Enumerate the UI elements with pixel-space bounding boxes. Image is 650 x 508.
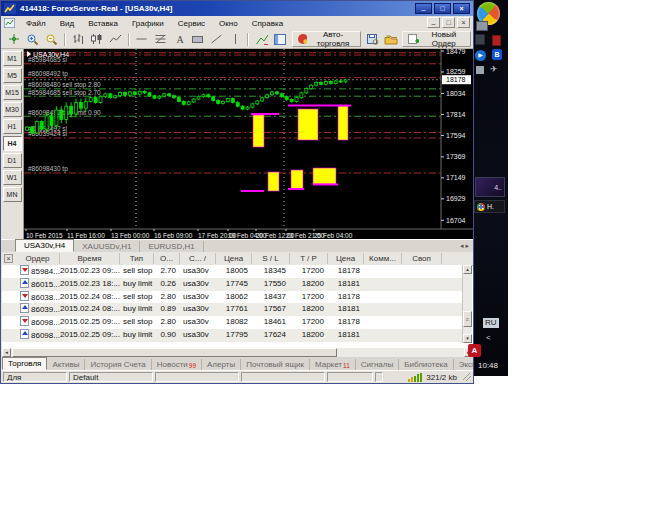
column-header[interactable]: Тип <box>120 253 154 264</box>
photo-thumbnail[interactable]: 4.. <box>475 177 505 197</box>
chart-window-icon[interactable] <box>4 18 16 28</box>
computer-icon[interactable] <box>476 21 488 31</box>
zoom-out-icon[interactable] <box>42 30 61 48</box>
data-window-icon[interactable] <box>271 30 290 48</box>
profiles-icon[interactable] <box>382 30 401 48</box>
menu-item[interactable]: Окно <box>212 18 245 29</box>
device-icon[interactable] <box>475 34 485 45</box>
trendline-icon[interactable] <box>207 30 226 48</box>
hscroll-thumb[interactable] <box>12 348 337 357</box>
widget-icon[interactable] <box>476 66 484 74</box>
timeframe-button[interactable]: H4 <box>3 136 22 151</box>
bottom-tab[interactable]: Маркет11 <box>310 359 356 370</box>
column-header[interactable]: Ордер <box>16 253 60 264</box>
menu-item[interactable]: Файл <box>19 18 53 29</box>
bluetooth-icon[interactable]: B <box>492 49 502 60</box>
title-bar[interactable]: 414418: ForexServer-Real - [USA30v,H4] <box>1 1 473 16</box>
timeframe-button[interactable]: M30 <box>3 102 22 117</box>
order-row[interactable]: 86015... 2015.02.23 18:... buy limit 0.2… <box>2 278 462 291</box>
menu-item[interactable]: Вставка <box>81 18 125 29</box>
browser-thumbnail[interactable]: H. <box>474 200 505 213</box>
order-current-price-cell: 18178 <box>328 291 364 304</box>
airplane-icon[interactable]: ✈ <box>490 64 498 74</box>
column-header[interactable]: Комм... <box>364 253 402 264</box>
vertical-line-icon[interactable] <box>226 30 245 48</box>
order-row[interactable]: 86039... 2015.02.24 08:... buy limit 0.8… <box>2 303 462 316</box>
svg-text:17149: 17149 <box>446 174 466 181</box>
candlestick-chart-icon[interactable] <box>87 30 106 48</box>
order-row[interactable]: 86098... 2015.02.25 09:... sell stop 2.8… <box>2 316 462 329</box>
column-header[interactable]: С... / <box>180 253 216 264</box>
language-indicator[interactable]: RU <box>483 318 499 328</box>
mdi-restore-button[interactable] <box>442 17 455 28</box>
bottom-tab[interactable]: История Счета <box>85 359 151 370</box>
column-header[interactable]: S / L <box>252 253 290 264</box>
bottom-tab[interactable]: Алерты <box>202 359 241 370</box>
timeframe-button[interactable]: D1 <box>3 153 22 168</box>
chart-tab[interactable]: EURUSD,H1 <box>140 241 203 252</box>
column-header[interactable]: Время <box>60 253 120 264</box>
chart-tab[interactable]: XAUUSDv,H1 <box>74 241 140 252</box>
orders-vertical-scrollbar[interactable]: ▴ ≡ ▾ <box>462 265 472 343</box>
scroll-left-icon[interactable]: ◂ <box>2 348 11 357</box>
chart-canvas[interactable]: #85984685 sl#86098492 tp#86098480 sell s… <box>24 49 473 239</box>
minimize-button[interactable] <box>415 3 432 14</box>
timeframe-button[interactable]: H1 <box>3 119 22 134</box>
bar-chart-icon[interactable] <box>69 30 88 48</box>
zoom-in-icon[interactable] <box>24 30 43 48</box>
indicators-icon[interactable] <box>252 30 271 48</box>
pdf-tray-icon[interactable]: A <box>468 344 481 357</box>
save-template-icon[interactable] <box>363 30 382 48</box>
timeframe-button[interactable]: M5 <box>3 68 22 83</box>
fibonacci-icon[interactable] <box>151 30 170 48</box>
close-button[interactable] <box>453 3 470 14</box>
scroll-up-icon[interactable]: ▴ <box>463 265 472 274</box>
menu-item[interactable]: Сервис <box>171 18 212 29</box>
line-chart-icon[interactable] <box>106 30 125 48</box>
chart-tab[interactable]: USA30v,H4 <box>15 239 74 252</box>
horizontal-line-icon[interactable] <box>133 30 152 48</box>
resize-grip[interactable] <box>463 373 471 381</box>
order-symbol-cell: usa30v <box>180 265 216 278</box>
close-panel-icon[interactable]: × <box>4 254 13 263</box>
menu-item[interactable]: Вид <box>53 18 81 29</box>
new-order-button[interactable]: Новый Ордер <box>402 31 471 47</box>
mdi-minimize-button[interactable] <box>427 17 440 28</box>
bottom-tab[interactable]: Активы <box>47 359 85 370</box>
red-app-icon[interactable] <box>492 35 501 46</box>
order-row[interactable]: 86098... 2015.02.25 09:... buy limit 0.9… <box>2 329 462 342</box>
collapse-arrow-icon[interactable]: < <box>486 333 491 342</box>
scroll-down-icon[interactable]: ▾ <box>463 334 472 343</box>
tab-scroll-arrows[interactable]: ◂ ▸ <box>460 242 469 250</box>
column-header[interactable]: T / P <box>290 253 328 264</box>
column-header[interactable]: Цена <box>328 253 364 264</box>
bottom-tab[interactable]: Эксперты <box>454 359 473 370</box>
text-tool-icon[interactable]: A <box>170 30 189 48</box>
shapes-icon[interactable] <box>189 30 208 48</box>
menu-item[interactable]: Графики <box>125 18 171 29</box>
timeframe-button[interactable]: M1 <box>3 51 22 66</box>
maximize-button[interactable] <box>434 3 451 14</box>
media-player-icon[interactable]: ▶ <box>475 50 486 61</box>
timeframe-button[interactable]: MN <box>3 187 22 202</box>
bottom-tab[interactable]: Торговля <box>2 357 47 370</box>
order-row[interactable]: 86038... 2015.02.24 08:... sell stop 2.8… <box>2 291 462 304</box>
crosshair-icon[interactable] <box>5 30 24 48</box>
bottom-tab[interactable]: Новости99 <box>152 359 202 370</box>
mdi-close-button[interactable] <box>457 17 470 28</box>
timeframe-button[interactable]: W1 <box>3 170 22 185</box>
menu-item[interactable]: Справка <box>245 18 290 29</box>
bottom-tab[interactable]: Сигналы <box>356 359 399 370</box>
horizontal-scrollbar[interactable]: ◂ ▸ <box>2 348 473 357</box>
column-header[interactable]: Цена <box>216 253 252 264</box>
bottom-tab[interactable]: Почтовый ящик <box>241 359 310 370</box>
traffic-label: 321/2 kb <box>426 373 457 382</box>
timeframe-button[interactable]: M15 <box>3 85 22 100</box>
order-row[interactable]: 85984... 2015.02.23 09:... sell stop 2.7… <box>2 265 462 278</box>
bottom-tab[interactable]: Библиотека <box>399 359 454 370</box>
chart-area[interactable]: #85984685 sl#86098492 tp#86098480 sell s… <box>24 49 473 239</box>
scroll-thumb[interactable]: ≡ <box>463 311 472 327</box>
autotrading-button[interactable]: Авто-торговля <box>292 31 361 47</box>
column-header[interactable]: О... <box>154 253 180 264</box>
column-header[interactable]: Своп <box>402 253 442 264</box>
